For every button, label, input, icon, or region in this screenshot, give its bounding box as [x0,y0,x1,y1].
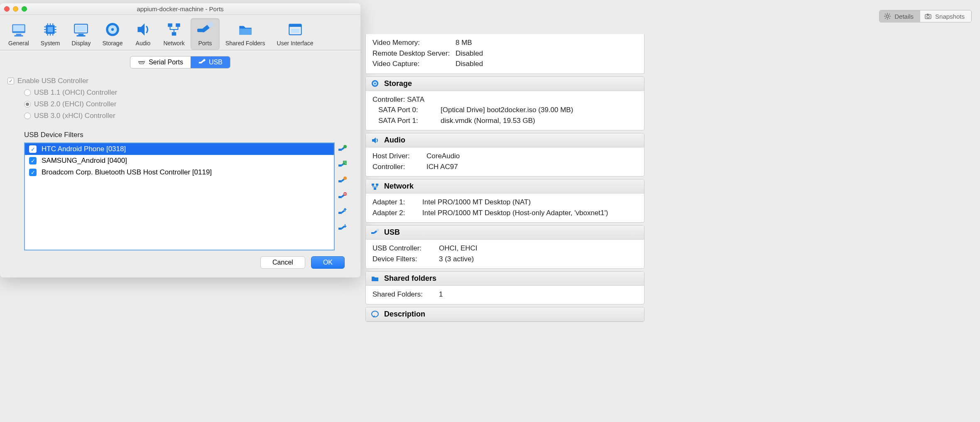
svg-rect-47 [338,196,342,198]
storage-controller: Controller: SATA [372,94,637,105]
usb-filter-row[interactable]: ✓ HTC Android Phone [0318] [25,143,334,155]
tab-label: Storage [102,40,122,47]
usb-filters-list[interactable]: ✓ HTC Android Phone [0318] ✓ SAMSUNG_And… [24,142,335,250]
window-icon [287,21,304,38]
disk-icon [104,21,121,38]
titlebar: appium-docker-machine - Ports [0,3,360,15]
svg-line-58 [889,18,890,19]
tab-label: Audio [136,40,151,47]
tab-label: Shared Folders [225,40,265,47]
section-header[interactable]: Audio [366,133,644,147]
svg-rect-67 [372,184,374,186]
monitor-icon [10,21,27,38]
move-filter-down-button[interactable] [337,223,347,233]
info-value: 3 (3 active) [439,254,474,265]
ok-button[interactable]: OK [311,256,345,269]
svg-rect-25 [168,23,172,27]
info-row: Adapter 1:Intel PRO/1000 MT Desktop (NAT… [372,197,637,208]
section-title: Shared folders [384,274,436,283]
tab-general[interactable]: General [2,18,35,50]
details-toggle[interactable]: Details [880,10,920,22]
info-key: Adapter 2: [372,208,422,218]
checkbox-icon[interactable] [7,78,14,84]
info-value: Disabled [456,48,483,59]
section-header[interactable]: Storage [366,77,644,91]
usb-section: USB USB Controller:OHCI, EHCI Device Fil… [365,225,644,269]
info-value: Disabled [456,59,483,69]
info-key: Video Capture: [372,59,456,69]
svg-point-66 [374,83,376,84]
usb30-label: USB 3.0 (xHCI) Controller [34,112,115,120]
dialog-content: Serial Ports USB Enable USB Controller U… [0,50,360,277]
display-icon [72,21,90,38]
usb20-label: USB 2.0 (EHCI) Controller [34,100,116,108]
info-row: Video Capture:Disabled [372,59,637,69]
gear-icon [884,12,891,20]
view-toggle: Details Snapshots [879,10,972,22]
usb11-row[interactable]: USB 1.1 (OHCI) Controller [24,88,353,97]
filter-name: HTC Android Phone [0318] [42,145,126,153]
svg-point-36 [142,62,143,63]
svg-point-72 [372,311,378,317]
storage-section: Storage Controller: SATA SATA Port 0:[Op… [365,76,644,131]
svg-point-46 [343,177,347,180]
tab-label: System [41,40,60,47]
network-icon [371,182,379,191]
close-icon[interactable] [4,6,10,12]
tab-usb[interactable]: USB [191,56,230,68]
tab-system[interactable]: System [35,18,66,50]
svg-rect-5 [48,27,53,32]
usb-filter-row[interactable]: ✓ SAMSUNG_Android [0400] [25,155,334,167]
usb30-row[interactable]: USB 3.0 (xHCI) Controller [24,112,353,120]
add-from-device-button[interactable] [337,160,347,170]
vm-info-panel: Video Memory:8 MB Remote Desktop Server:… [365,34,644,324]
usb-small-icon [198,59,206,66]
tab-ports[interactable]: Ports [191,18,220,50]
radio-icon[interactable] [24,89,31,96]
filter-name: Broadcom Corp. Bluetooth USB Host Contro… [42,168,212,177]
tab-storage[interactable]: Storage [96,18,128,50]
snapshots-toggle[interactable]: Snapshots [920,10,971,22]
enable-usb-row[interactable]: Enable USB Controller [7,77,353,85]
tab-display[interactable]: Display [66,18,97,50]
radio-icon[interactable] [24,113,31,119]
tab-audio[interactable]: Audio [128,18,157,50]
tab-user-interface[interactable]: User Interface [271,18,319,50]
add-empty-filter-button[interactable] [337,144,347,154]
tab-shared-folders[interactable]: Shared Folders [220,18,271,50]
zoom-icon[interactable] [22,6,27,12]
section-header[interactable]: USB [366,226,644,240]
info-value: OHCI, EHCI [439,243,478,254]
info-key: Remote Desktop Server: [372,48,456,59]
svg-line-59 [885,18,886,19]
tab-network[interactable]: Network [157,18,190,50]
section-header[interactable]: Network [366,179,644,194]
checkbox-icon[interactable]: ✓ [29,145,37,153]
info-value: [Optical Drive] boot2docker.iso (39.00 M… [441,105,573,115]
svg-point-34 [140,62,141,63]
usb11-label: USB 1.1 (OHCI) Controller [34,88,117,97]
usb-filters-label: USB Device Filters [24,131,353,139]
move-filter-up-button[interactable] [337,207,347,217]
folder-icon [371,275,379,283]
section-header[interactable]: Description [366,307,644,321]
usb20-row[interactable]: USB 2.0 (EHCI) Controller [24,100,353,108]
usb-filter-row[interactable]: ✓ Broadcom Corp. Bluetooth USB Host Cont… [25,167,334,178]
section-header[interactable]: Shared folders [366,272,644,286]
remove-filter-button[interactable] [337,191,347,201]
tab-serial-ports[interactable]: Serial Ports [130,56,191,68]
audio-section: Audio Host Driver:CoreAudio Controller:I… [365,133,644,177]
tab-label: Serial Ports [149,59,183,66]
svg-rect-41 [338,164,342,167]
cancel-button[interactable]: Cancel [260,256,305,269]
tab-label: General [8,40,29,47]
info-row: Shared Folders:1 [372,289,637,300]
checkbox-icon[interactable]: ✓ [29,169,37,176]
enable-usb-label: Enable USB Controller [17,77,88,85]
radio-icon[interactable] [24,101,31,108]
checkbox-icon[interactable]: ✓ [29,157,37,164]
svg-point-52 [886,15,889,17]
usb-filter-buttons [337,142,347,250]
edit-filter-button[interactable] [337,176,347,186]
minimize-icon[interactable] [13,6,18,12]
